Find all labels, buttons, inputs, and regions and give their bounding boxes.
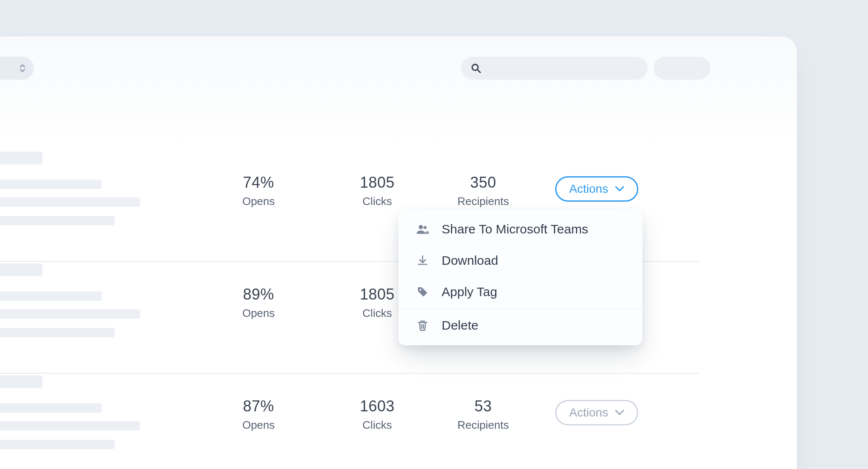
menu-item-label: Apply Tag: [442, 285, 497, 299]
metric-label: Opens: [225, 195, 292, 208]
metric-label: Recipients: [445, 419, 521, 432]
text-placeholder: [0, 403, 102, 413]
svg-point-0: [472, 64, 478, 70]
text-placeholder: [0, 421, 140, 430]
metric-label: Clicks: [343, 195, 411, 208]
actions-label: Actions: [569, 406, 608, 419]
metric-label: Clicks: [343, 419, 411, 432]
menu-item-download[interactable]: Download: [398, 245, 643, 276]
view-selector[interactable]: [0, 57, 34, 80]
metric-opens: 74% Opens: [225, 174, 292, 208]
search-input[interactable]: [461, 57, 648, 80]
metric-clicks: 1603 Clicks: [343, 397, 411, 432]
menu-item-delete[interactable]: Delete: [398, 310, 643, 341]
stage: 74% Opens 1805 Clicks 350 Recipients Act…: [0, 0, 868, 469]
metric-label: Recipients: [445, 195, 521, 208]
search-icon: [470, 63, 481, 74]
actions-label: Actions: [569, 182, 608, 196]
chevron-down-icon: [615, 410, 624, 416]
text-placeholder: [0, 328, 114, 337]
text-placeholder: [0, 180, 102, 189]
menu-item-label: Share To Microsoft Teams: [442, 222, 588, 236]
actions-button[interactable]: Actions: [555, 400, 638, 425]
metric-label: Opens: [225, 419, 292, 432]
metric-recipients: 350 Recipients: [445, 174, 521, 208]
chevron-down-icon: [615, 186, 624, 192]
menu-separator: [398, 308, 643, 309]
text-placeholder: [0, 197, 140, 207]
metric-value: 53: [445, 397, 521, 415]
svg-point-4: [420, 289, 421, 291]
menu-item-apply-tag[interactable]: Apply Tag: [398, 276, 643, 308]
metric-value: 350: [445, 174, 521, 191]
actions-dropdown: Share To Microsoft Teams Download App: [398, 209, 643, 345]
metric-value: 89%: [225, 286, 292, 303]
metric-opens: 87% Opens: [225, 397, 292, 432]
svg-point-3: [423, 226, 426, 229]
metric-value: 87%: [225, 397, 292, 415]
users-icon: [415, 224, 430, 234]
text-placeholder: [0, 216, 114, 225]
tag-icon: [415, 286, 430, 298]
svg-point-2: [419, 225, 423, 229]
metric-value: 1603: [343, 397, 411, 415]
metric-opens: 89% Opens: [225, 286, 292, 320]
svg-line-1: [478, 70, 480, 72]
text-placeholder: [0, 291, 102, 301]
text-placeholder: [0, 309, 140, 319]
metric-value: 1805: [343, 174, 411, 191]
metric-clicks: 1805 Clicks: [343, 174, 411, 208]
download-icon: [415, 255, 430, 266]
app-card: 74% Opens 1805 Clicks 350 Recipients Act…: [0, 36, 797, 469]
sort-icon: [19, 63, 26, 73]
metric-recipients: 53 Recipients: [445, 397, 521, 432]
title-placeholder: [0, 152, 42, 164]
header-action-pill[interactable]: [654, 57, 710, 80]
menu-item-label: Download: [442, 253, 498, 268]
menu-item-share-teams[interactable]: Share To Microsoft Teams: [398, 214, 643, 245]
title-placeholder: [0, 264, 42, 276]
metric-label: Opens: [225, 307, 292, 320]
metric-value: 74%: [225, 174, 292, 191]
campaign-row: 87% Opens 1603 Clicks 53 Recipients Acti…: [0, 374, 699, 469]
text-placeholder: [0, 440, 114, 449]
trash-icon: [415, 319, 430, 331]
title-placeholder: [0, 375, 42, 388]
actions-button[interactable]: Actions: [555, 176, 638, 202]
menu-item-label: Delete: [442, 318, 479, 333]
